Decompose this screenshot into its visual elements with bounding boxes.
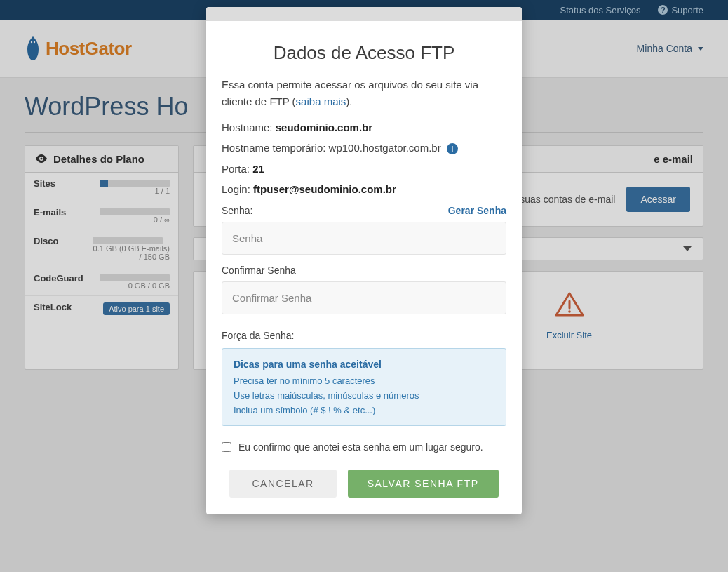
tips-line-3: Inclua um símbolo (# $ ! % & etc...)	[234, 405, 494, 415]
temp-hostname-line: Hostname temporário: wp100.hostgator.com…	[222, 142, 506, 154]
password-strength-label: Força da Senha:	[222, 330, 506, 341]
confirm-saved-checkbox[interactable]	[222, 442, 231, 452]
modal-title: Dados de Acesso FTP	[222, 42, 506, 64]
learn-more-link[interactable]: saiba mais	[296, 95, 346, 107]
temp-hostname-label: Hostname temporário:	[222, 142, 325, 154]
tips-title: Dicas para uma senha aceitável	[234, 359, 494, 370]
modal-overlay: Dados de Acesso FTP Essa conta permite a…	[0, 0, 728, 572]
port-label: Porta:	[222, 163, 250, 175]
confirm-password-label: Confirmar Senha	[222, 265, 296, 276]
password-input[interactable]	[222, 222, 506, 255]
login-line: Login: ftpuser@seudominio.com.br	[222, 183, 506, 195]
password-label: Senha:	[222, 205, 252, 216]
modal-titlebar	[206, 7, 522, 21]
temp-hostname-value: wp100.hostgator.com.br	[329, 142, 441, 154]
port-value: 21	[252, 163, 264, 175]
hostname-label: Hostname:	[222, 121, 273, 133]
port-line: Porta: 21	[222, 163, 506, 175]
tips-line-1: Precisa ter no mínimo 5 caracteres	[234, 375, 494, 386]
login-value: ftpuser@seudominio.com.br	[253, 183, 396, 195]
password-tips-box: Dicas para uma senha aceitável Precisa t…	[222, 348, 506, 426]
ftp-modal: Dados de Acesso FTP Essa conta permite a…	[206, 7, 522, 514]
login-label: Login:	[222, 183, 250, 195]
modal-description: Essa conta permite acessar os arquivos d…	[222, 77, 506, 110]
confirm-password-input[interactable]	[222, 281, 506, 314]
confirm-saved-label: Eu confirmo que anotei esta senha em um …	[238, 441, 483, 453]
hostname-value: seudominio.com.br	[276, 121, 372, 133]
modal-desc-close: ).	[346, 95, 352, 107]
confirm-saved-row[interactable]: Eu confirmo que anotei esta senha em um …	[222, 441, 506, 453]
generate-password-link[interactable]: Gerar Senha	[448, 205, 506, 216]
save-ftp-password-button[interactable]: SALVAR SENHA FTP	[348, 470, 499, 498]
hostname-line: Hostname: seudominio.com.br	[222, 121, 506, 133]
tips-line-2: Use letras maiúsculas, minúsculas e núme…	[234, 390, 494, 401]
info-icon[interactable]: i	[447, 143, 458, 154]
cancel-button[interactable]: CANCELAR	[229, 470, 336, 498]
